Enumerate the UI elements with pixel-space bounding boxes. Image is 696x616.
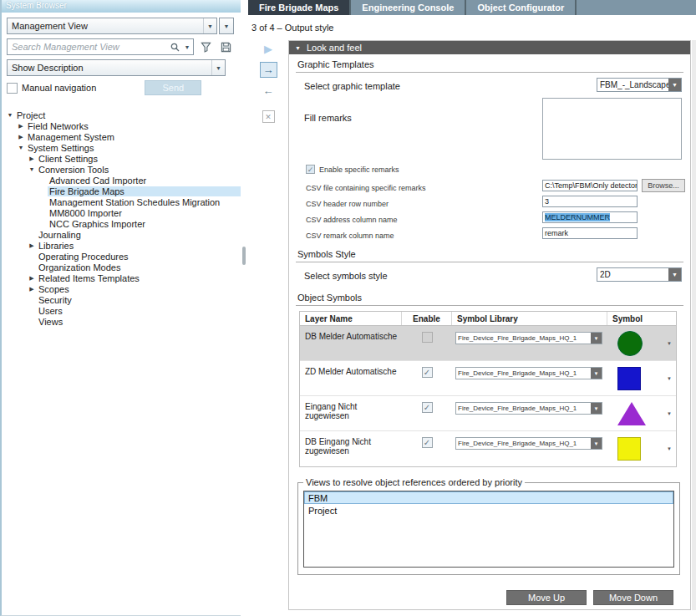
tree-item-management-station-schedules-migration[interactable]: Management Station Schedules Migration [2, 196, 241, 207]
fill-remarks-row: Fill remarks [296, 98, 683, 163]
enable-checkbox[interactable]: ✓ [422, 437, 433, 448]
move-down-button[interactable]: Move Down [593, 590, 673, 605]
tree-item-label: Users [37, 306, 241, 316]
tree-item-label: Conversion Tools [37, 165, 241, 175]
tab-fire-brigade-maps[interactable]: Fire Brigade Maps [248, 0, 351, 15]
tree-item-label: Security [37, 295, 241, 305]
symbol-table-row: DB Melder AutomatischeFire_Device_Fire_B… [300, 326, 676, 361]
symbols-style-dropdown[interactable]: 2D ▼ [597, 267, 682, 282]
tree-item-system-settings[interactable]: ▼System Settings [2, 142, 241, 153]
collapse-arrow-icon[interactable]: ▼ [27, 166, 37, 172]
chevron-down-icon: ▼ [211, 60, 225, 75]
expand-arrow-icon[interactable]: ▶ [27, 286, 37, 293]
tree-item-label: Client Settings [37, 154, 241, 164]
expand-arrow-icon[interactable]: ▶ [16, 123, 26, 130]
panel-splitter[interactable] [241, 0, 248, 616]
tree-item-mm8000-importer[interactable]: MM8000 Importer [2, 207, 241, 218]
expand-arrow-icon[interactable]: ▶ [27, 242, 37, 249]
symbol-library-dropdown[interactable]: Fire_Device_Fire_Brigade_Maps_HQ_1▼ [455, 367, 602, 379]
symbol-library-dropdown[interactable]: Fire_Device_Fire_Brigade_Maps_HQ_1▼ [455, 402, 602, 415]
expand-arrow-icon[interactable]: ▶ [16, 134, 26, 140]
show-description-dropdown[interactable]: Show Description ▼ [7, 59, 226, 76]
csv-header-input[interactable]: 3 [542, 196, 638, 207]
tree-item-label: Libraries [37, 241, 241, 251]
collapse-arrow-icon[interactable]: ▼ [16, 145, 26, 150]
save-icon[interactable] [217, 38, 234, 55]
look-and-feel-pane: ▼ Look and feel Graphic Templates Select… [288, 40, 691, 610]
close-icon: ✕ [265, 113, 272, 121]
tree-item-operating-procedures[interactable]: Operating Procedures [2, 251, 241, 262]
tree-item-advanced-cad-importer[interactable]: Advanced Cad Importer [2, 175, 241, 186]
csv-address-value: MELDERNUMMER [545, 213, 610, 221]
move-up-button[interactable]: Move Up [506, 590, 587, 605]
expand-arrow-icon[interactable]: ▶ [27, 155, 37, 162]
enable-cell: ✓ [402, 361, 452, 395]
symbol-library-cell: Fire_Device_Fire_Brigade_Maps_HQ_1▼ [452, 361, 607, 395]
tree-item-label: Management System [26, 132, 241, 142]
collapse-arrow-icon[interactable]: ▼ [5, 112, 15, 118]
tree-item-ncc-graphics-importer[interactable]: NCC Graphics Importer [2, 218, 241, 229]
chevron-down-icon[interactable]: ▼ [667, 376, 672, 381]
square-symbol-icon[interactable] [617, 367, 641, 390]
close-button[interactable]: ✕ [262, 110, 275, 123]
symbol-library-value: Fire_Device_Fire_Brigade_Maps_HQ_1 [456, 405, 591, 412]
symbol-library-dropdown[interactable]: Fire_Device_Fire_Brigade_Maps_HQ_1▼ [455, 332, 602, 344]
circle-symbol-icon[interactable] [617, 331, 643, 356]
enable-remarks-checkbox[interactable]: ✓ [306, 165, 315, 174]
tree-item-scopes[interactable]: ▶Scopes [2, 283, 241, 294]
symbol-library-value: Fire_Device_Fire_Brigade_Maps_HQ_1 [456, 440, 591, 447]
send-button[interactable]: Send [145, 80, 201, 95]
symbol-library-dropdown[interactable]: Fire_Device_Fire_Brigade_Maps_HQ_1▼ [455, 437, 602, 450]
chevron-down-icon[interactable]: ▼ [667, 341, 672, 346]
tree-item-related-items-templates[interactable]: ▶Related Items Templates [2, 272, 241, 283]
tree-item-security[interactable]: Security [2, 294, 241, 305]
tree-item-views[interactable]: Views [2, 316, 241, 327]
csv-address-input[interactable]: MELDERNUMMER [542, 211, 638, 223]
search-input[interactable] [8, 42, 168, 52]
vertical-scrollbar[interactable] [692, 40, 696, 610]
expand-arrow-icon[interactable]: ▶ [27, 275, 37, 282]
graphic-template-dropdown[interactable]: FBM_-_Landscape ▼ [597, 78, 682, 92]
enable-checkbox[interactable]: ✓ [422, 402, 433, 413]
chevron-down-icon[interactable]: ▼ [667, 446, 672, 451]
chevron-down-icon[interactable]: ▼ [181, 39, 193, 54]
manual-navigation-checkbox[interactable] [7, 83, 18, 94]
tree-item-field-networks[interactable]: ▶Field Networks [2, 120, 241, 131]
triangle-symbol-icon[interactable] [617, 402, 646, 425]
tree-item-users[interactable]: Users [2, 305, 241, 316]
management-view-dropdown[interactable]: Management View ▼ [7, 18, 217, 34]
tree-item-libraries[interactable]: ▶Libraries [2, 240, 241, 251]
tree-item-journaling[interactable]: Journaling [2, 229, 241, 240]
wizard-step-label: 3 of 4 – Output style [251, 23, 333, 33]
panel-title: System Browser [6, 1, 67, 10]
fill-remarks-label: Fill remarks [296, 113, 352, 123]
enable-checkbox[interactable]: ✓ [422, 367, 433, 378]
browse-button[interactable]: Browse... [642, 179, 685, 192]
tree-item-organization-modes[interactable]: Organization Modes [2, 262, 241, 272]
view-item-fbm[interactable]: FBM [304, 491, 673, 504]
next-step-button[interactable]: → [260, 62, 277, 78]
fill-remarks-textarea[interactable] [542, 98, 682, 160]
view-menu-button[interactable]: ▼ [219, 18, 234, 34]
tree-item-fire-brigade-maps[interactable]: Fire Brigade Maps [2, 186, 241, 196]
view-item-project[interactable]: Project [304, 504, 673, 517]
tab-object-configurator[interactable]: Object Configurator [466, 0, 577, 15]
chevron-down-icon: ▼ [591, 438, 602, 449]
tab-engineering-console[interactable]: Engineering Console [351, 0, 466, 15]
tree-item-conversion-tools[interactable]: ▼Conversion Tools [2, 164, 241, 175]
run-icon[interactable]: ▶ [264, 43, 272, 54]
chevron-down-icon[interactable]: ▼ [667, 411, 672, 416]
csv-remark-input[interactable]: remark [542, 227, 638, 239]
csv-file-input[interactable]: C:\Temp\FBM\Only detectors compute min a… [542, 180, 638, 191]
look-and-feel-header[interactable]: ▼ Look and feel [289, 41, 690, 54]
previous-step-button[interactable]: ← [263, 85, 274, 96]
column-header-layer-name: Layer Name [300, 312, 402, 325]
tree-item-management-system[interactable]: ▶Management System [2, 131, 241, 142]
search-icon[interactable] [168, 43, 181, 52]
tree-item-project[interactable]: ▼Project [2, 109, 241, 120]
square-symbol-icon[interactable] [617, 437, 641, 461]
enable-checkbox[interactable] [422, 332, 433, 343]
filter-icon[interactable] [197, 38, 214, 55]
tree-item-client-settings[interactable]: ▶Client Settings [2, 153, 241, 164]
splitter-handle-icon[interactable] [242, 247, 246, 265]
